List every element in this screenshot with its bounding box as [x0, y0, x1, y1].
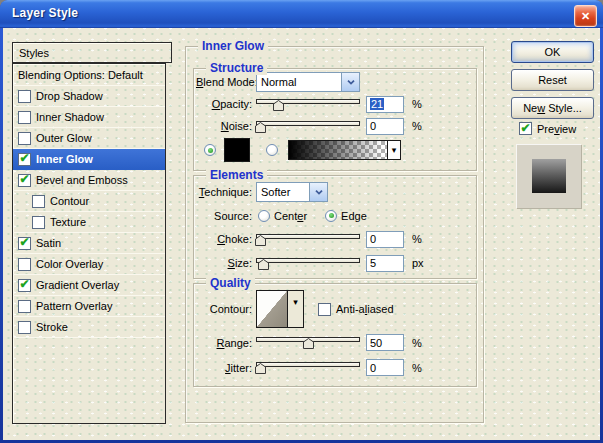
range-slider[interactable]: [256, 336, 360, 349]
slider-thumb[interactable]: [303, 338, 314, 349]
elements-title: Elements: [206, 168, 267, 182]
preview-checkbox[interactable]: ✔: [519, 122, 532, 135]
sidebar-item-contour[interactable]: ✔ Contour: [13, 191, 165, 212]
jitter-input[interactable]: 0: [366, 359, 404, 376]
chevron-down-icon[interactable]: [341, 73, 359, 91]
sidebar-item-color-overlay[interactable]: ✔ Color Overlay: [13, 254, 165, 275]
slider-thumb[interactable]: [273, 100, 284, 111]
checkbox[interactable]: ✔: [18, 153, 31, 166]
quality-title: Quality: [206, 276, 255, 290]
close-button[interactable]: ✕: [574, 5, 597, 27]
opacity-slider[interactable]: [256, 98, 360, 111]
sidebar-item-texture[interactable]: ✔ Texture: [13, 212, 165, 233]
sidebar-item-pattern-overlay[interactable]: ✔ Pattern Overlay: [13, 296, 165, 317]
opacity-value: 21: [370, 98, 384, 110]
sidebar-item-outer-glow[interactable]: ✔ Outer Glow: [13, 128, 165, 149]
checkbox[interactable]: ✔: [18, 321, 31, 334]
sidebar-item-stroke[interactable]: ✔ Stroke: [13, 317, 165, 338]
dialog-body: Styles Blending Options: Default ✔ Drop …: [3, 28, 600, 440]
source-center-radio[interactable]: [258, 210, 270, 222]
contour-thumbnail[interactable]: [257, 291, 288, 327]
checkbox[interactable]: ✔: [18, 111, 31, 124]
checkbox[interactable]: ✔: [18, 258, 31, 271]
source-edge-label: Edge: [341, 210, 367, 222]
inner-glow-group: Inner Glow Structure Blend Mode: Normal …: [185, 46, 484, 423]
sidebar-item-blending-options[interactable]: Blending Options: Default: [13, 64, 165, 86]
checkbox[interactable]: ✔: [18, 279, 31, 292]
sidebar-item-label: Color Overlay: [36, 258, 103, 270]
chevron-down-icon[interactable]: [309, 183, 327, 201]
color-radio[interactable]: [204, 144, 216, 156]
title-bar[interactable]: Layer Style ✕: [0, 0, 603, 28]
elements-group: Elements Technique: Softer Source: Cente…: [193, 175, 477, 279]
source-center-label: Center: [274, 210, 307, 222]
preview-toggle[interactable]: ✔ Preview: [519, 122, 576, 135]
sidebar-item-label: Bevel and Emboss: [36, 174, 128, 186]
sidebar-item-gradient-overlay[interactable]: ✔ Gradient Overlay: [13, 275, 165, 296]
contour-dropdown-arrow-icon[interactable]: ▾: [288, 291, 303, 327]
window-title: Layer Style: [12, 6, 78, 20]
gradient-radio[interactable]: [266, 144, 278, 156]
blend-mode-select[interactable]: Normal: [256, 72, 360, 92]
glow-color-swatch[interactable]: [224, 138, 250, 162]
slider-thumb[interactable]: [258, 259, 269, 270]
gradient-picker[interactable]: ▾: [288, 140, 401, 160]
slider-thumb[interactable]: [255, 122, 266, 133]
checkbox[interactable]: ✔: [18, 174, 31, 187]
sidebar-item-drop-shadow[interactable]: ✔ Drop Shadow: [13, 86, 165, 107]
sidebar-item-label: Inner Glow: [36, 153, 93, 165]
slider-track: [256, 234, 360, 239]
range-input[interactable]: 50: [366, 334, 404, 351]
contour-picker[interactable]: ▾: [256, 290, 304, 328]
check-icon: ✔: [19, 173, 29, 185]
choke-slider[interactable]: [256, 233, 360, 246]
sidebar-item-inner-shadow[interactable]: ✔ Inner Shadow: [13, 107, 165, 128]
style-preview-gradient: [532, 159, 566, 193]
checkbox[interactable]: ✔: [18, 300, 31, 313]
jitter-unit: %: [412, 362, 422, 374]
sidebar-item-label: Texture: [50, 216, 86, 228]
ok-button-label: OK: [545, 46, 561, 58]
checkbox[interactable]: ✔: [32, 216, 45, 229]
choke-input[interactable]: 0: [366, 231, 404, 248]
style-preview-thumbnail: [516, 144, 581, 208]
size-input[interactable]: 5: [366, 255, 404, 272]
source-edge-radio[interactable]: [325, 210, 337, 222]
checkbox[interactable]: ✔: [18, 132, 31, 145]
check-icon: ✔: [19, 236, 29, 248]
anti-aliased-checkbox[interactable]: ✔: [318, 303, 331, 316]
checkbox[interactable]: ✔: [18, 90, 31, 103]
checkbox[interactable]: ✔: [18, 237, 31, 250]
panel-title: Inner Glow: [198, 39, 268, 53]
noise-input[interactable]: 0: [366, 118, 404, 135]
technique-select[interactable]: Softer: [256, 182, 328, 202]
choke-value: 0: [370, 233, 376, 245]
sidebar-item-inner-glow[interactable]: ✔ Inner Glow: [13, 149, 165, 170]
slider-track: [256, 362, 360, 367]
slider-thumb[interactable]: [255, 235, 266, 246]
size-slider[interactable]: [256, 257, 360, 270]
size-unit: px: [412, 257, 424, 269]
check-icon: ✔: [19, 278, 29, 290]
sidebar-item-bevel-and-emboss[interactable]: ✔ Bevel and Emboss: [13, 170, 165, 191]
sidebar-item-label: Pattern Overlay: [36, 300, 112, 312]
range-unit: %: [412, 337, 422, 349]
reset-button-label: Reset: [538, 74, 567, 86]
opacity-input[interactable]: 21: [366, 96, 404, 113]
jitter-label: Jitter:: [196, 362, 252, 374]
ok-button[interactable]: OK: [511, 41, 594, 63]
gradient-dropdown-arrow-icon[interactable]: ▾: [388, 140, 401, 160]
gradient-swatch[interactable]: [288, 140, 388, 160]
checkbox[interactable]: ✔: [32, 195, 45, 208]
blend-mode-label: Blend Mode:: [196, 76, 252, 88]
anti-aliased-label: Anti-aliased: [336, 303, 394, 315]
slider-thumb[interactable]: [255, 363, 266, 374]
new-style-button[interactable]: New Style...: [511, 97, 594, 119]
structure-title: Structure: [206, 61, 267, 75]
jitter-slider[interactable]: [256, 361, 360, 374]
sidebar-item-satin[interactable]: ✔ Satin: [13, 233, 165, 254]
reset-button[interactable]: Reset: [511, 69, 594, 91]
styles-header-label: Styles: [19, 47, 49, 59]
noise-slider[interactable]: [256, 120, 360, 133]
size-value: 5: [370, 257, 376, 269]
